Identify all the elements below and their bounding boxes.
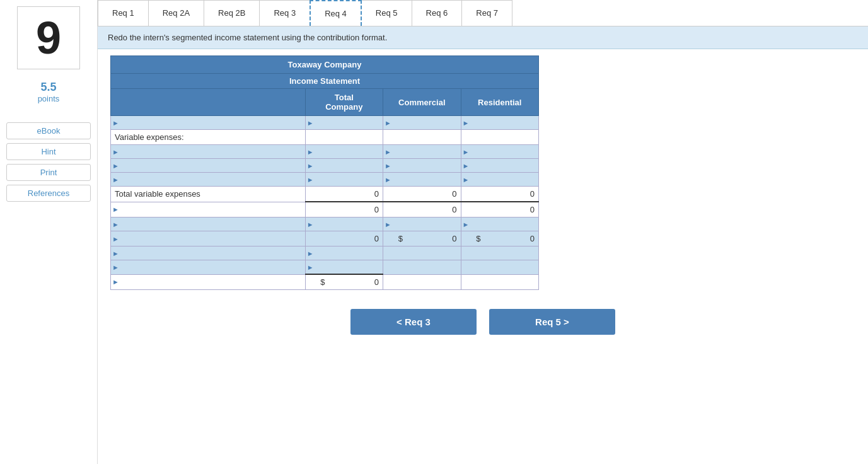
tab-req3[interactable]: Req 3 xyxy=(259,0,310,26)
label-input-r7[interactable] xyxy=(113,205,303,214)
arrow-icon: ► xyxy=(112,176,119,183)
tab-req6[interactable]: Req 6 xyxy=(412,0,463,26)
value-input-r5-total[interactable] xyxy=(308,175,380,184)
table-row: ► ► ► ► xyxy=(111,173,539,187)
tab-req2a[interactable]: Req 2A xyxy=(148,0,204,26)
arrow-icon: ► xyxy=(385,176,391,183)
label-input-r9[interactable] xyxy=(113,234,303,243)
table-row: ► ► ► ► xyxy=(111,145,539,159)
value-input-r10-total[interactable] xyxy=(308,248,380,258)
sidebar: 9 5.5 points eBook Hint Print References xyxy=(0,0,98,464)
dollar-sign-commercial: $ xyxy=(398,234,403,243)
total-variable-commercial: 0 xyxy=(383,187,461,202)
arrow-icon: ► xyxy=(307,148,314,156)
arrow-icon: ► xyxy=(307,176,314,183)
value-r7-commercial: 0 xyxy=(383,202,461,218)
value-r7-residential: 0 xyxy=(461,202,538,218)
sidebar-item-references[interactable]: References xyxy=(6,185,91,202)
label-input-r12[interactable] xyxy=(113,277,303,287)
value-input-r9-total[interactable] xyxy=(310,234,379,243)
label-input-r4[interactable] xyxy=(113,161,303,170)
sidebar-item-hint[interactable]: Hint xyxy=(6,143,91,160)
label-input-r11[interactable] xyxy=(113,262,303,272)
col-header-label xyxy=(111,89,306,116)
total-variable-total: 0 xyxy=(305,187,383,202)
arrow-icon: ► xyxy=(307,162,314,170)
label-input-r3[interactable] xyxy=(113,147,303,156)
value-input-r8-commercial[interactable] xyxy=(386,219,458,229)
statement-name-cell: Income Statement xyxy=(111,74,539,89)
variable-expenses-label: Variable expenses: xyxy=(111,130,306,145)
arrow-icon: ► xyxy=(112,162,119,170)
label-input-r10[interactable] xyxy=(113,248,303,258)
table-row: ► ► ► ► xyxy=(111,116,539,130)
sidebar-item-print[interactable]: Print xyxy=(6,164,91,181)
value-input-r3-commercial[interactable] xyxy=(386,147,458,156)
table-row: ► 0 0 0 xyxy=(111,202,539,218)
arrow-icon: ► xyxy=(307,221,314,228)
arrow-icon: ► xyxy=(463,176,470,183)
main-content: Req 1 Req 2A Req 2B Req 3 Req 4 Req 5 Re… xyxy=(98,0,868,464)
company-name-row: Toxaway Company xyxy=(111,56,539,74)
value-input-r4-total[interactable] xyxy=(308,161,380,170)
arrow-icon: ► xyxy=(307,250,314,257)
prev-button[interactable]: < Req 3 xyxy=(350,309,477,335)
label-input-r1[interactable] xyxy=(113,118,303,127)
value-input-r1-residential[interactable] xyxy=(464,118,536,127)
tabs-bar: Req 1 Req 2A Req 2B Req 3 Req 4 Req 5 Re… xyxy=(98,0,868,26)
value-input-r1-commercial[interactable] xyxy=(386,118,458,127)
value-input-r8-total[interactable] xyxy=(308,219,380,229)
points-label: points xyxy=(38,94,60,103)
sidebar-links: eBook Hint Print References xyxy=(6,122,91,202)
arrow-icon: ► xyxy=(385,162,391,170)
income-table: Toxaway Company Income Statement TotalCo… xyxy=(110,55,539,290)
value-input-r4-commercial[interactable] xyxy=(386,161,458,170)
label-input-r8[interactable] xyxy=(113,219,303,229)
tab-req1[interactable]: Req 1 xyxy=(98,0,149,26)
arrow-icon: ► xyxy=(385,148,391,156)
arrow-icon: ► xyxy=(463,148,470,156)
col-header-commercial: Commercial xyxy=(383,89,461,116)
table-row: Total variable expenses 0 0 0 xyxy=(111,187,539,202)
col-header-residential: Residential xyxy=(461,89,538,116)
arrow-icon: ► xyxy=(307,119,314,127)
col-header-total: TotalCompany xyxy=(305,89,383,116)
arrow-icon: ► xyxy=(112,206,119,213)
table-row: ► ► xyxy=(111,246,539,260)
value-input-r1-total[interactable] xyxy=(308,118,380,127)
tab-req4[interactable]: Req 4 xyxy=(310,0,362,26)
arrow-icon: ► xyxy=(385,119,391,127)
table-row: ► ► ► ► xyxy=(111,159,539,173)
sidebar-item-ebook[interactable]: eBook xyxy=(6,122,91,139)
value-input-r9-commercial[interactable] xyxy=(407,234,457,243)
value-input-r5-commercial[interactable] xyxy=(386,175,458,184)
tab-req2b[interactable]: Req 2B xyxy=(204,0,260,26)
tab-req5[interactable]: Req 5 xyxy=(361,0,412,26)
points-value: 5.5 xyxy=(40,81,56,94)
arrow-icon: ► xyxy=(112,119,119,127)
arrow-icon: ► xyxy=(463,221,470,228)
value-input-r5-residential[interactable] xyxy=(464,175,536,184)
value-input-r3-residential[interactable] xyxy=(464,147,536,156)
next-button[interactable]: Req 5 > xyxy=(489,309,615,335)
table-row: ► ► xyxy=(111,260,539,275)
arrow-icon: ► xyxy=(112,264,119,271)
arrow-icon: ► xyxy=(112,148,119,156)
nav-buttons: < Req 3 Req 5 > xyxy=(98,296,868,347)
tab-req7[interactable]: Req 7 xyxy=(461,0,512,26)
value-input-r12-total[interactable] xyxy=(328,277,379,287)
value-input-r9-residential[interactable] xyxy=(484,234,535,243)
instruction-banner: Redo the intern's segmented income state… xyxy=(98,26,868,49)
label-input-r5[interactable] xyxy=(113,175,303,184)
arrow-icon: ► xyxy=(112,250,119,257)
total-variable-label: Total variable expenses xyxy=(111,187,306,202)
arrow-icon: ► xyxy=(463,162,470,170)
value-input-r3-total[interactable] xyxy=(308,147,380,156)
table-row: ► $ xyxy=(111,274,539,290)
value-input-r8-residential[interactable] xyxy=(464,219,536,229)
value-input-r11-total[interactable] xyxy=(308,262,380,272)
arrow-icon: ► xyxy=(307,264,314,271)
total-variable-residential: 0 xyxy=(461,187,538,202)
value-input-r4-residential[interactable] xyxy=(464,161,536,170)
company-name-cell: Toxaway Company xyxy=(111,56,539,74)
